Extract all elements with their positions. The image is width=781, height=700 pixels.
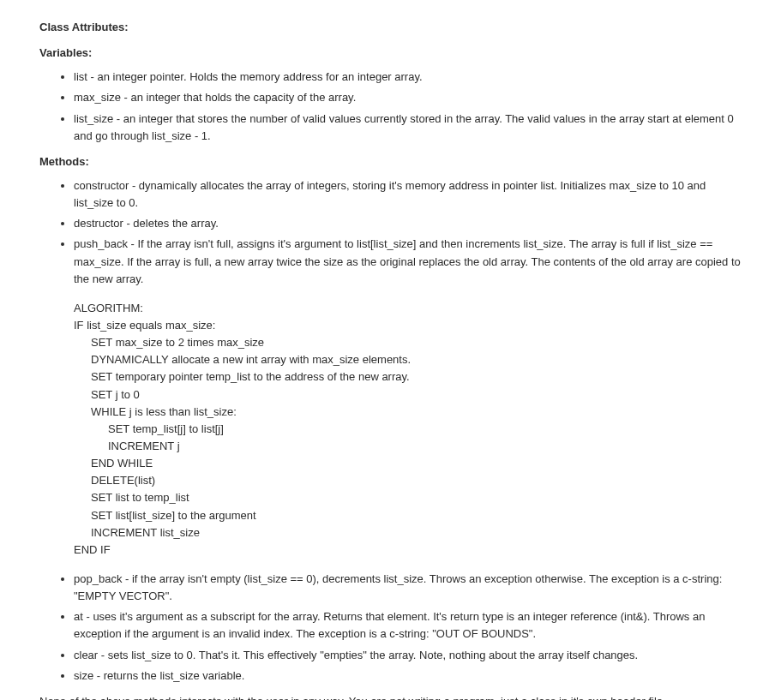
- algorithm-label: ALGORITHM:: [74, 300, 742, 317]
- methods-list-bottom: pop_back - if the array isn't empty (lis…: [39, 571, 742, 685]
- heading-methods: Methods:: [39, 153, 742, 171]
- algorithm-line: SET j to 0: [74, 386, 742, 404]
- algorithm-line: END IF: [74, 541, 742, 559]
- list-item: size - returns the list_size variable.: [74, 667, 742, 685]
- heading-class-attributes: Class Attributes:: [39, 19, 742, 36]
- list-item: list - an integer pointer. Holds the mem…: [74, 69, 742, 86]
- heading-variables: Variables:: [39, 45, 742, 62]
- push-back-text: push_back - If the array isn't full, ass…: [74, 237, 741, 284]
- methods-list-top: constructor - dynamically allocates the …: [39, 177, 742, 559]
- list-item: list_size - an integer that stores the n…: [74, 111, 742, 145]
- list-item-push-back: push_back - If the array isn't full, ass…: [74, 236, 742, 559]
- list-item: pop_back - if the array isn't empty (lis…: [74, 571, 742, 605]
- algorithm-line: WHILE j is less than list_size:: [74, 404, 742, 421]
- list-item: max_size - an integer that holds the cap…: [74, 89, 742, 106]
- algorithm-line: SET temporary pointer temp_list to the a…: [74, 368, 742, 386]
- algorithm-line: SET max_size to 2 times max_size: [74, 334, 742, 351]
- algorithm-line: DYNAMICALLY allocate a new int array wit…: [74, 351, 742, 368]
- list-item: clear - sets list_size to 0. That's it. …: [74, 647, 742, 664]
- algorithm-line: INCREMENT j: [74, 438, 742, 455]
- algorithm-line: INCREMENT list_size: [74, 524, 742, 541]
- algorithm-line: DELETE(list): [74, 472, 742, 489]
- algorithm-line: SET list to temp_list: [74, 489, 742, 506]
- algorithm-line: SET temp_list[j] to list[j]: [74, 421, 742, 438]
- footer-paragraph-1: None of the above methods interacts with…: [39, 693, 742, 700]
- list-item: destructor - deletes the array.: [74, 215, 742, 232]
- algorithm-line: SET list[list_size] to the argument: [74, 507, 742, 524]
- algorithm-block: ALGORITHM: IF list_size equals max_size:…: [74, 300, 742, 559]
- list-item: constructor - dynamically allocates the …: [74, 177, 742, 212]
- algorithm-line: END WHILE: [74, 455, 742, 472]
- algorithm-line: IF list_size equals max_size:: [74, 317, 742, 334]
- variables-list: list - an integer pointer. Holds the mem…: [39, 69, 742, 145]
- list-item: at - uses it's argument as a subscript f…: [74, 608, 742, 643]
